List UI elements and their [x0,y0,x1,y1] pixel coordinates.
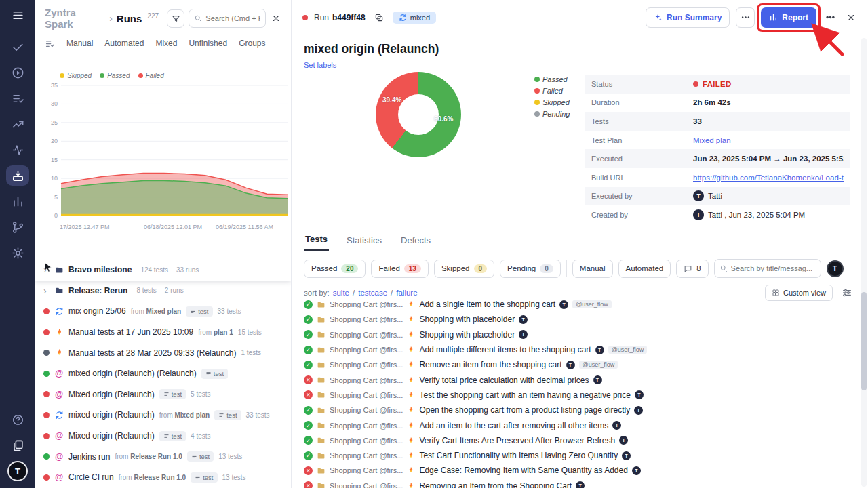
test-row[interactable]: ✓Shopping Cart @firs...Shopping with pla… [292,327,859,342]
test-title[interactable]: Shopping with placeholder [419,314,515,324]
chevron-right-icon[interactable]: › [43,285,50,296]
tab-manual[interactable]: Manual [66,39,93,48]
tab-defects[interactable]: Defects [399,235,432,251]
test-suite[interactable]: Shopping Cart @firs... [330,422,403,430]
test-title[interactable]: Test the shopping cart with an item havi… [419,390,631,400]
docs-icon[interactable] [6,435,29,455]
test-title[interactable]: Verify Cart Items Are Preserved After Br… [419,436,615,445]
breadcrumb-project[interactable]: Zyntra Spark [45,7,105,30]
test-title[interactable]: Test Cart Functionality with Items Havin… [419,451,618,460]
run-list-item[interactable]: @mixed origin (Relaunch) (Relaunch)test [35,363,291,384]
run-summary-button[interactable]: Run Summary [646,7,730,28]
test-suite[interactable]: Shopping Cart @firs... [330,346,403,354]
tab-statistics[interactable]: Statistics [345,235,383,251]
run-list-item[interactable]: Manual tests at 17 Jun 2025 10:09from pl… [35,322,291,343]
test-row[interactable]: ×Shopping Cart @firs...Edge Case: Removi… [292,463,859,478]
tab-groups[interactable]: Groups [239,39,265,48]
trends-icon[interactable] [6,114,29,134]
test-row[interactable]: ×Shopping Cart @firs...Verify total pric… [292,372,859,387]
checklist-icon[interactable] [6,88,29,108]
test-suite[interactable]: Shopping Cart @firs... [330,466,403,474]
test-title[interactable]: Removing an Item from the Shopping Cart [419,481,572,488]
tab-mixed[interactable]: Mixed [155,39,177,48]
test-suite[interactable]: Shopping Cart @firs... [330,451,403,460]
filter-skipped[interactable]: Skipped0 [434,260,494,278]
test-suite[interactable]: Shopping Cart @firs... [330,376,403,384]
test-row[interactable]: ✓Shopping Cart @firs...Remove an item fr… [292,357,859,372]
test-suite[interactable]: Shopping Cart @firs... [330,331,403,339]
run-list-item[interactable]: @Mixed origin (Relaunch)test4 tests [35,426,291,447]
tests-search-input[interactable] [731,264,816,272]
runs-icon[interactable] [6,62,29,83]
runs-search[interactable] [189,9,265,28]
branches-icon[interactable] [6,217,29,237]
test-title[interactable]: Edge Case: Removing Item with Same Quant… [419,466,628,475]
test-title[interactable]: Shopping with placeholder [419,330,515,340]
test-title[interactable]: Verify total price calculation with deci… [419,375,589,385]
test-title[interactable]: Open the shopping cart from a product li… [419,405,630,415]
copy-icon[interactable] [372,10,387,25]
test-suite[interactable]: Shopping Cart @firs... [330,361,403,369]
test-title[interactable]: Add multiple different items to the shop… [419,345,591,354]
run-list-item[interactable]: @Mixed origin (Relaunch)test5 tests [35,384,291,405]
test-suite[interactable]: Shopping Cart @firs... [330,482,403,488]
test-row[interactable]: ✓Shopping Cart @firs...Test Cart Functio… [292,448,859,463]
tasks-icon[interactable] [6,37,29,57]
filter-icon[interactable] [167,9,184,28]
test-suite[interactable]: Shopping Cart @firs... [330,406,403,414]
reports-icon[interactable] [6,191,29,211]
test-title[interactable]: Add a single item to the shopping cart [419,300,555,309]
import-icon[interactable] [6,165,29,186]
help-icon[interactable] [6,409,29,430]
tab-unfinished[interactable]: Unfinished [189,39,227,48]
test-suite[interactable]: Shopping Cart @firs... [330,300,403,308]
user-avatar[interactable]: T [7,461,28,481]
set-labels-link[interactable]: Set labels [304,61,336,69]
runs-search-input[interactable] [205,14,260,22]
test-title[interactable]: Remove an item from the shopping cart [419,360,561,369]
run-group-row[interactable]: ›Bravo milestone124 tests33 runs [35,260,291,281]
sort-testcase-link[interactable]: testcase [358,289,387,297]
more-actions-button[interactable] [736,7,755,28]
run-list-item[interactable]: @Circle CI runfrom Release Run 1.0test13… [35,467,291,488]
filter-failed[interactable]: Failed13 [371,260,428,278]
tab-tests[interactable]: Tests [304,234,329,251]
assignee-avatar[interactable]: T [827,260,844,277]
tab-automated[interactable]: Automated [104,39,144,48]
test-suite[interactable]: Shopping Cart @firs... [330,436,403,445]
run-group-row[interactable]: ›Release: Rerun8 tests2 runs [35,281,291,302]
close-panel-icon[interactable] [270,12,283,25]
test-row[interactable]: ✓Shopping Cart @firs...Verify Cart Items… [292,433,859,448]
test-row[interactable]: ✓Shopping Cart @firs...Open the shopping… [292,403,859,418]
menu-icon[interactable] [6,1,29,28]
test-suite[interactable]: Shopping Cart @firs... [330,315,403,323]
sort-failure-link[interactable]: failure [396,289,417,297]
filter-passed[interactable]: Passed20 [304,260,366,278]
test-row[interactable]: ×Shopping Cart @firs...Test the shopping… [292,388,859,403]
run-list-item[interactable]: mixed origin (Relaunch)from Mixed plante… [35,405,291,426]
scrollbar-thumb[interactable] [861,292,867,390]
comments-filter[interactable]: 8 [676,260,708,278]
test-row[interactable]: ✓Shopping Cart @firs...Add an item to th… [292,418,859,432]
test-row[interactable]: ✓Shopping Cart @firs...Add multiple diff… [292,342,859,357]
build-url-link[interactable]: https://github.com/TetianaKhomenko/Load-… [693,174,844,182]
test-row[interactable]: ✓Shopping Cart @firs...Shopping with pla… [292,312,859,327]
run-list-item[interactable]: mix origin 25/06from Mixed plantest33 te… [35,301,291,322]
run-list-item[interactable]: @Jenkins runfrom Release Run 1.0test13 t… [35,446,291,467]
scrollbar[interactable] [861,38,867,487]
run-list-item[interactable]: Manual tests at 28 Mar 2025 09:33 (Relau… [35,342,291,363]
filter-automated[interactable]: Automated [618,260,671,278]
test-suite[interactable]: Shopping Cart @firs... [330,391,403,399]
filter-manual[interactable]: Manual [572,260,613,278]
sort-suite-link[interactable]: suite [333,289,349,297]
test-plan-link[interactable]: Mixed plan [693,136,731,144]
close-icon[interactable] [844,10,859,25]
overflow-menu-icon[interactable] [823,10,837,25]
settings-icon[interactable] [6,243,29,263]
test-row[interactable]: ✓Shopping Cart @firs...Add a single item… [292,297,859,312]
test-row[interactable]: ×Shopping Cart @firs...Removing an Item … [292,479,859,488]
filter-pending[interactable]: Pending0 [500,260,561,278]
activity-icon[interactable] [6,140,29,160]
tests-search[interactable] [714,259,821,278]
test-title[interactable]: Add an item to the cart after removing a… [419,421,608,430]
